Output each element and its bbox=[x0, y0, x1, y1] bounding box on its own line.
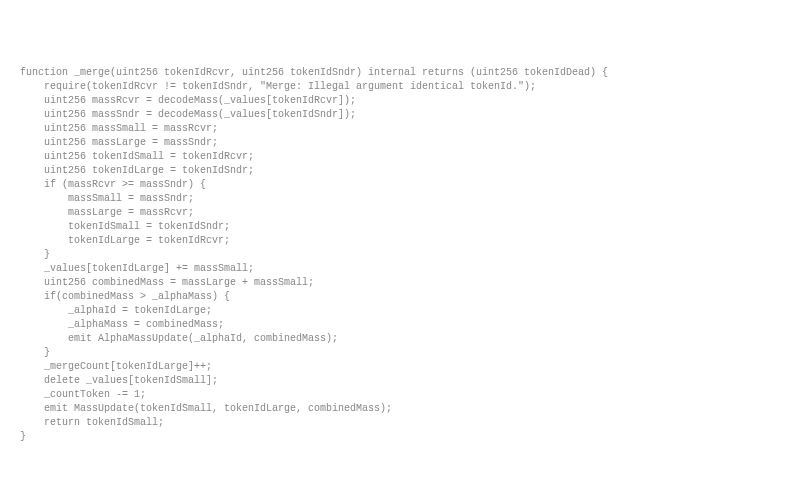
code-line: _countToken -= 1; bbox=[20, 388, 800, 402]
code-line: } bbox=[20, 346, 800, 360]
code-line: uint256 tokenIdLarge = tokenIdSndr; bbox=[20, 164, 800, 178]
code-line: tokenIdSmall = tokenIdSndr; bbox=[20, 220, 800, 234]
code-line: _values[tokenIdLarge] += massSmall; bbox=[20, 262, 800, 276]
code-line: uint256 combinedMass = massLarge + massS… bbox=[20, 276, 800, 290]
code-line: uint256 massSmall = massRcvr; bbox=[20, 122, 800, 136]
code-line: require(tokenIdRcvr != tokenIdSndr, "Mer… bbox=[20, 80, 800, 94]
code-line: return tokenIdSmall; bbox=[20, 416, 800, 430]
code-line: uint256 massRcvr = decodeMass(_values[to… bbox=[20, 94, 800, 108]
code-line: _alphaId = tokenIdLarge; bbox=[20, 304, 800, 318]
code-line: massSmall = massSndr; bbox=[20, 192, 800, 206]
code-block: function _merge(uint256 tokenIdRcvr, uin… bbox=[20, 66, 800, 444]
code-line: } bbox=[20, 248, 800, 262]
code-line: uint256 massSndr = decodeMass(_values[to… bbox=[20, 108, 800, 122]
code-line: function _merge(uint256 tokenIdRcvr, uin… bbox=[20, 66, 800, 80]
code-line: emit AlphaMassUpdate(_alphaId, combinedM… bbox=[20, 332, 800, 346]
code-line: uint256 tokenIdSmall = tokenIdRcvr; bbox=[20, 150, 800, 164]
code-line: if(combinedMass > _alphaMass) { bbox=[20, 290, 800, 304]
code-line: delete _values[tokenIdSmall]; bbox=[20, 374, 800, 388]
code-line: } bbox=[20, 430, 800, 444]
code-line: _mergeCount[tokenIdLarge]++; bbox=[20, 360, 800, 374]
code-line: massLarge = massRcvr; bbox=[20, 206, 800, 220]
code-line: tokenIdLarge = tokenIdRcvr; bbox=[20, 234, 800, 248]
code-line: uint256 massLarge = massSndr; bbox=[20, 136, 800, 150]
code-line: _alphaMass = combinedMass; bbox=[20, 318, 800, 332]
code-line: emit MassUpdate(tokenIdSmall, tokenIdLar… bbox=[20, 402, 800, 416]
code-line: if (massRcvr >= massSndr) { bbox=[20, 178, 800, 192]
